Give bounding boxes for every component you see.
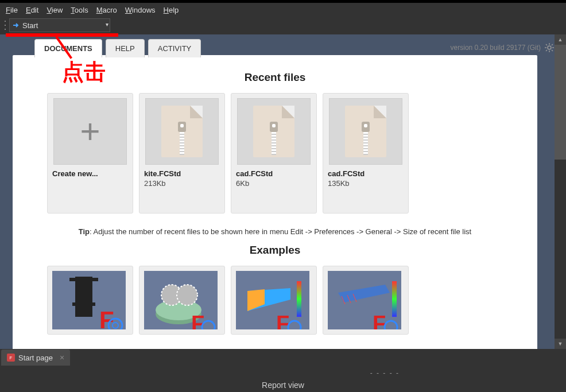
svg-line-6 xyxy=(552,50,553,51)
example-thumb: F xyxy=(144,271,218,329)
example-thumb: F xyxy=(328,271,401,329)
menu-help[interactable]: Help xyxy=(164,6,179,14)
svg-point-0 xyxy=(548,46,551,49)
examples-row: FFFF xyxy=(47,266,503,335)
toolbar: Start ▾ xyxy=(0,17,566,34)
examples-heading: Examples xyxy=(47,244,503,257)
tab-help[interactable]: HELP xyxy=(106,39,145,57)
menu-edit[interactable]: Edit xyxy=(26,6,38,14)
file-icon xyxy=(329,98,402,165)
doctab-label: Start page xyxy=(18,354,53,362)
svg-rect-30 xyxy=(392,281,397,317)
arrow-right-icon xyxy=(12,21,20,29)
recent-file-card[interactable]: cad.FCStd6Kb xyxy=(231,93,317,214)
recent-file-card[interactable]: kite.FCStd213Kb xyxy=(139,93,225,214)
menu-file[interactable]: File xyxy=(6,6,18,14)
bottom-panel: - - - - - Report view xyxy=(0,367,566,392)
annotation-text: 点击 xyxy=(62,57,106,87)
recent-file-card[interactable]: cad.FCStd135Kb xyxy=(323,93,409,214)
menu-view[interactable]: View xyxy=(46,6,63,14)
annotation-underline xyxy=(6,33,118,37)
menu-windows[interactable]: Windows xyxy=(125,6,156,14)
chevron-down-icon: ▾ xyxy=(106,21,108,28)
recent-files-row: +Create new...kite.FCStd213Kbcad.FCStd6K… xyxy=(47,93,503,214)
scroll-down-icon[interactable]: ▼ xyxy=(555,339,566,349)
file-size: 213Kb xyxy=(144,179,220,188)
svg-line-5 xyxy=(546,44,547,45)
scroll-up-icon[interactable]: ▲ xyxy=(555,34,566,45)
example-card[interactable]: F xyxy=(231,266,317,335)
panel-handle[interactable]: - - - - - xyxy=(370,369,400,377)
file-size: 135Kb xyxy=(328,179,404,188)
menu-bar: File Edit View Tools Macro Windows Help xyxy=(0,3,566,17)
workbench-selector[interactable]: Start ▾ xyxy=(9,18,110,32)
tab-activity[interactable]: ACTIVITY xyxy=(148,39,201,57)
file-icon xyxy=(145,98,219,165)
file-name: kite.FCStd xyxy=(144,169,220,178)
menu-tools[interactable]: Tools xyxy=(71,6,88,14)
svg-rect-11 xyxy=(69,278,98,281)
workbench-label: Start xyxy=(22,21,38,30)
scroll-thumb[interactable] xyxy=(555,45,566,160)
close-icon[interactable]: × xyxy=(60,353,64,362)
svg-line-7 xyxy=(546,50,547,51)
file-name: cad.FCStd xyxy=(328,169,404,178)
gear-icon[interactable] xyxy=(544,42,555,53)
report-view-label: Report view xyxy=(0,378,566,392)
create-new-card[interactable]: +Create new... xyxy=(47,93,133,214)
freecad-icon: F xyxy=(7,354,15,362)
file-name: cad.FCStd xyxy=(236,169,312,178)
document-tabs: F Start page × xyxy=(0,349,70,366)
toolbar-grip[interactable] xyxy=(3,20,7,31)
file-name: Create new... xyxy=(52,169,128,178)
doctab-start-page[interactable]: F Start page × xyxy=(1,350,70,366)
svg-text:F: F xyxy=(99,306,114,329)
svg-rect-12 xyxy=(72,302,95,306)
example-card[interactable]: F xyxy=(323,266,409,335)
scrollbar[interactable]: ▲ ▼ xyxy=(555,34,566,349)
file-icon xyxy=(237,98,311,165)
version-label: version 0.20 build 29177 (Git) xyxy=(451,44,541,52)
menu-macro[interactable]: Macro xyxy=(96,6,117,14)
example-card[interactable]: F xyxy=(139,266,225,335)
svg-rect-10 xyxy=(75,277,92,317)
start-page: Recent files +Create new...kite.FCStd213… xyxy=(13,55,537,349)
svg-point-20 xyxy=(177,285,197,305)
svg-rect-24 xyxy=(297,281,301,317)
svg-line-8 xyxy=(552,44,553,45)
tip-text: Tip: Adjust the number of recent files t… xyxy=(47,227,503,236)
example-card[interactable]: F xyxy=(47,266,133,335)
example-thumb: F xyxy=(52,271,126,329)
plus-icon: + xyxy=(53,98,127,165)
recent-heading: Recent files xyxy=(47,71,503,84)
example-thumb: F xyxy=(236,271,309,329)
file-size: 6Kb xyxy=(236,179,312,188)
